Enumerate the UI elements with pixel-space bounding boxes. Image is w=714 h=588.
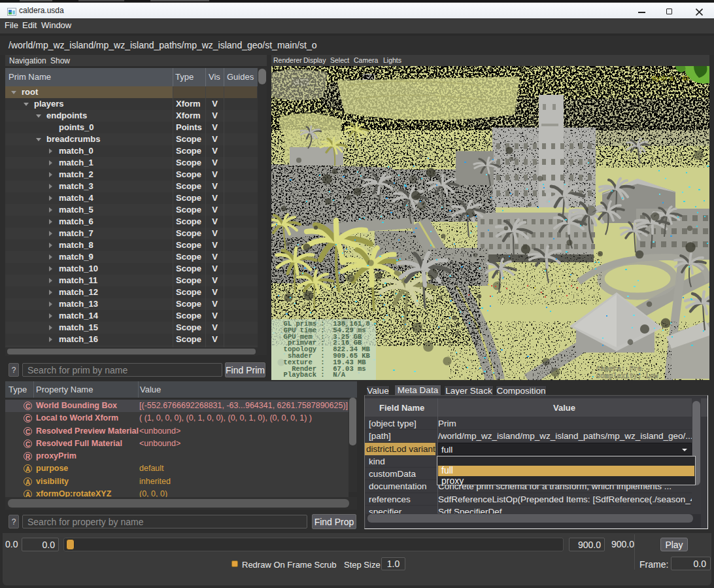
svg-text:Playback : N/A: Playback : N/A [275,371,346,379]
svg-text:Complexity: Low: Complexity: Low [596,372,658,380]
svg-text:Hydra: GL: Hydra: GL [652,75,691,82]
